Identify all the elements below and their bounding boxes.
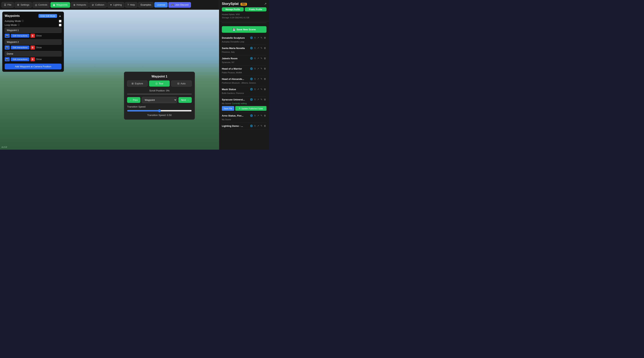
scene-syracuse-delete-btn[interactable]: 🗑 <box>264 98 266 101</box>
scene-lighting-globe-btn[interactable]: 🌐 <box>250 124 253 128</box>
scene-syracuse-globe-btn[interactable]: 🌐 <box>250 98 253 101</box>
waypoint-select[interactable]: Waypoint <box>142 97 177 103</box>
scene-mask-delete-btn[interactable]: 🗑 <box>264 88 266 91</box>
scene-jaleels-edit-btn[interactable]: ✎ <box>260 57 263 60</box>
scene-santa-maria-edit-btn[interactable]: ✎ <box>260 46 263 50</box>
transition-speed-slider[interactable] <box>127 109 192 112</box>
scene-jaleels-globe-btn[interactable]: 🌐 <box>250 57 253 60</box>
scene-donatello-delete-btn[interactable]: 🗑 <box>264 36 266 40</box>
waypoint-dome-name-input[interactable] <box>5 51 62 57</box>
scene-warrior-copy-btn[interactable]: ⎘ <box>254 67 256 70</box>
scene-alexander-copy-btn[interactable]: ⎘ <box>254 77 256 81</box>
public-profile-button[interactable]: Public Profile <box>245 7 267 12</box>
scene-alexander-subtitle: Parthenon Museum - Athens, Greece. <box>222 82 256 84</box>
scene-syracuse-link-btn[interactable]: ↗ <box>257 98 260 101</box>
waypoint-dome-show-label: Show <box>36 58 42 61</box>
scene-mask-link-btn[interactable]: ↗ <box>257 88 260 91</box>
waypoint-1-delete-button[interactable]: 🗑 <box>30 34 35 38</box>
lighting-button[interactable]: ✦ Lighting <box>108 2 124 8</box>
file-button[interactable]: ☰ File <box>2 2 14 8</box>
collision-button[interactable]: ⊘ Collision <box>89 2 107 8</box>
prev-button[interactable]: ← Prev <box>127 97 140 103</box>
popup-title: Waypoint 1 <box>127 75 192 78</box>
waypoint-dome-edit-button[interactable]: Edit Interactions <box>11 58 29 61</box>
loop-info-icon[interactable]: ⓘ <box>18 24 20 26</box>
autoplay-checkbox[interactable] <box>59 20 62 23</box>
scene-jaleels-delete-btn[interactable]: 🗑 <box>264 57 266 60</box>
scene-santa-maria-delete-btn[interactable]: 🗑 <box>264 46 266 50</box>
scene-lighting-delete-btn[interactable]: 🗑 <box>264 124 266 128</box>
scene-arno-edit-btn[interactable]: ✎ <box>260 114 263 117</box>
scene-mask-copy-btn[interactable]: ⎘ <box>254 88 256 91</box>
scene-alexander-edit-btn[interactable]: ✎ <box>260 77 263 81</box>
license-button[interactable]: License <box>154 2 168 8</box>
scene-alexander-delete-btn[interactable]: 🗑 <box>264 77 266 81</box>
waypoint-1-camera-button[interactable]: 📷 <box>5 34 10 38</box>
scene-arno-name: Arno Statue, Flor... <box>222 114 244 117</box>
scene-lighting-copy-btn[interactable]: ⎘ <box>254 124 256 128</box>
scene-warrior-link-btn[interactable]: ↗ <box>257 67 260 70</box>
manage-profile-button[interactable]: Manage Profile <box>222 7 244 12</box>
sidebar-brand: StorySplat PRO ↗ <box>222 2 266 6</box>
auto-icon: ⊟ <box>177 82 180 85</box>
collapse-button[interactable]: ▲ <box>58 14 62 18</box>
scene-lighting-link-btn[interactable]: ↗ <box>257 124 260 128</box>
enter-edit-mode-button[interactable]: Enter Edit Mode <box>38 14 57 18</box>
scene-arno-actions: 🌐 ⎘ ↗ ✎ 🗑 <box>250 114 266 117</box>
sidebar-expand-button[interactable]: ↗ <box>264 2 266 6</box>
auto-tab[interactable]: ⊟ Auto <box>171 80 192 87</box>
discord-button[interactable]: 🎮 Join Discord <box>168 2 191 8</box>
waypoint-1-name-input[interactable] <box>5 28 62 33</box>
explore-tab[interactable]: ⊞ Explore <box>127 80 148 87</box>
scene-syracuse-copy-btn[interactable]: ⎘ <box>254 98 256 101</box>
scene-syracuse-edit-btn[interactable]: ✎ <box>260 98 263 101</box>
waypoint-dome-delete-button[interactable]: 🗑 <box>30 57 35 61</box>
scene-lighting-edit-btn[interactable]: ✎ <box>260 124 263 128</box>
next-button[interactable]: Next → <box>178 97 192 103</box>
update-published-splat-button[interactable]: ↻ Update Published Splat <box>235 106 266 111</box>
scene-santa-maria-copy-btn[interactable]: ⎘ <box>254 46 256 50</box>
scene-warrior-edit-btn[interactable]: ✎ <box>260 67 263 70</box>
scene-arno-globe-btn[interactable]: 🌐 <box>250 114 253 117</box>
scene-alexander-link-btn[interactable]: ↗ <box>257 77 260 81</box>
save-new-scene-button[interactable]: 💾 Save New Scene <box>222 26 266 33</box>
examples-button[interactable]: Examples <box>138 2 154 8</box>
hotspots-button[interactable]: ⊕ Hotspots <box>71 2 88 8</box>
scene-warrior-globe-btn[interactable]: 🌐 <box>250 67 253 70</box>
scene-item-warrior-header: Head of a Warrior 🌐 ⎘ ↗ ✎ 🗑 <box>222 67 266 70</box>
scene-arno-delete-btn[interactable]: 🗑 <box>264 114 266 117</box>
scene-donatello-link-btn[interactable]: ↗ <box>257 36 260 40</box>
scene-donatello-globe-btn[interactable]: 🌐 <box>250 36 253 40</box>
scene-donatello-edit-btn[interactable]: ✎ <box>260 36 263 40</box>
settings-button[interactable]: ⚙ Settings <box>14 2 32 8</box>
waypoint-2-edit-button[interactable]: Edit Interactions <box>11 46 29 49</box>
scene-mask-globe-btn[interactable]: 🌐 <box>250 88 253 91</box>
scene-alexander-globe-btn[interactable]: 🌐 <box>250 77 253 81</box>
waypoint-2-camera-button[interactable]: 📷 <box>5 46 10 50</box>
loop-checkbox[interactable] <box>59 24 62 26</box>
autoplay-info-icon[interactable]: ⓘ <box>22 20 24 23</box>
scene-arno-copy-btn[interactable]: ⎘ <box>254 114 256 117</box>
save-file-button[interactable]: Save File <box>222 106 234 111</box>
controls-button[interactable]: ◎ Controls <box>32 2 50 8</box>
scene-santa-maria-link-btn[interactable]: ↗ <box>257 46 260 50</box>
waypoint-2-name-input[interactable] <box>5 39 62 45</box>
scene-warrior-delete-btn[interactable]: 🗑 <box>264 67 266 70</box>
scene-santa-maria-globe-btn[interactable]: 🌐 <box>250 46 253 50</box>
help-button[interactable]: ? Help <box>125 2 138 8</box>
waypoint-2-delete-button[interactable]: 🗑 <box>30 46 35 50</box>
scene-lighting-name: Lighting Demo - ... <box>222 125 243 127</box>
transition-speed-value: Transition Speed: 0.50 <box>127 114 192 117</box>
scene-mask-edit-btn[interactable]: ✎ <box>260 88 263 91</box>
add-waypoint-button[interactable]: Add Waypoint at Camera Position <box>5 64 62 69</box>
tour-tab[interactable]: ⊡ Tour <box>149 80 170 87</box>
waypoint-dome-camera-button[interactable]: 📷 <box>5 57 10 61</box>
waypoints-button[interactable]: ◉ Waypoints <box>50 2 70 8</box>
waypoint-1-edit-button[interactable]: Edit Interactions <box>11 34 29 38</box>
scene-donatello-copy-btn[interactable]: ⎘ <box>254 36 256 40</box>
scene-jaleels-copy-btn[interactable]: ⎘ <box>254 57 256 60</box>
scene-jaleels-link-btn[interactable]: ↗ <box>257 57 260 60</box>
scene-item-syracuse: Syracuse Universi... 🌐 ⎘ ↗ ✎ 🗑 My Scene … <box>222 96 266 112</box>
scene-syracuse-name: Syracuse Universi... <box>222 98 245 101</box>
scene-arno-link-btn[interactable]: ↗ <box>257 114 260 117</box>
